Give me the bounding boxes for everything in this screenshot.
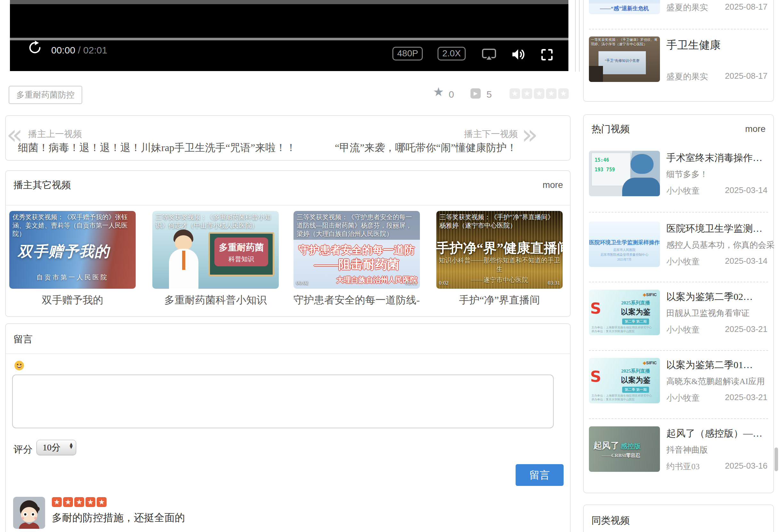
submit-comment-button[interactable]: 留言 (516, 464, 563, 486)
video-title[interactable]: 以案为鉴第二季01… (666, 358, 753, 372)
video-title[interactable]: 双手赠予我的 (9, 293, 136, 307)
list-item[interactable]: ——“感”退新生危机 盛夏的果实 2025-08-17 (584, 0, 773, 15)
nurse-figure (622, 178, 660, 196)
thumb-caption: 三等奖获奖视频：《多重耐药菌科普小知识》何志才（中山市小榄人民医院） (152, 211, 279, 231)
airplay-icon[interactable] (480, 47, 498, 63)
fullscreen-icon[interactable] (540, 47, 554, 63)
rating-label: 评分 (13, 443, 33, 456)
thumb-line1: 2025系列直播 (613, 300, 658, 306)
recent-videos-card: ——“感”退新生危机 盛夏的果实 2025-08-17 “手卫”先修知识小竞赛 … (583, 0, 774, 102)
date: 2025-03-14 (725, 185, 768, 195)
date: 2025-08-17 (725, 71, 768, 81)
thumb-time-end: 03:31 (548, 280, 560, 286)
podium (589, 66, 603, 82)
video-thumbnail[interactable]: 起风了 感控版 ——CRBSI零容忍 (589, 426, 660, 472)
list-item[interactable]: 15:46 193 759 手术室终末消毒操作… 细节多多！ 小小牧童 2025… (584, 151, 773, 199)
more-link[interactable]: more (542, 180, 563, 190)
comment-star-icon: ★ (97, 497, 107, 507)
thumb-caption: 优秀奖获奖视频：《双手赠予我的》张钰涵、姜文婧、曹莉等（自贡市第一人民医院） (9, 211, 136, 240)
thumb-line1: 医院环境卫生学监测采样操作 (589, 239, 660, 246)
author: 小小牧童 (666, 324, 700, 336)
hot-videos-card: 热门视频 more 15:46 193 759 手术室终末消毒操作… 细节多多！… (583, 114, 774, 493)
current-time: 00:00 (51, 45, 75, 55)
video-title[interactable]: 多重耐药菌科普小知识 (152, 293, 279, 307)
date: 2025-03-21 (725, 324, 768, 334)
thumb-main-line2: ——阻击耐药菌 (294, 256, 420, 273)
video-subtitle: 抖音神曲版 (666, 444, 708, 456)
thumb-footer2: 承办单位：复旦大学附属中山医院 (591, 398, 635, 402)
prev-video-title[interactable]: 细菌！病毒！退！退！退！川妹rap手卫生洗手“咒语”来啦！！ (18, 141, 296, 155)
video-thumbnail[interactable]: 守护患者安全的每一道防线 ——阻击耐药菌 大理白族自治州人民医院 00:02 0… (294, 211, 420, 289)
author: 小小牧童 (666, 393, 700, 404)
video-player[interactable]: 00:00 / 02:01 480P 2.0X (10, 0, 568, 71)
video-title[interactable]: 起风了（感控版）—… (666, 427, 762, 440)
thumb-line4: 2021年7月 (589, 257, 660, 262)
author: 小小牧童 (666, 256, 700, 267)
video-title[interactable]: 医院环境卫生学监测… (666, 222, 762, 235)
list-item[interactable]: S ◆SIFIC 2025系列直播 以案为鉴 第二季 第二期 主办单位：上海斯菲… (584, 290, 773, 338)
section-title: 播主其它视频 (13, 179, 71, 192)
video-title[interactable]: 手术室终末消毒操作… (666, 152, 762, 165)
favorite-star-icon[interactable]: ★ (433, 86, 444, 98)
rating-widget[interactable]: ★ ★ ★ ★ ★ (510, 88, 569, 99)
thumb-line2: 启东市人民医院 (589, 248, 660, 252)
quality-button[interactable]: 480P (393, 47, 423, 60)
video-thumbnail[interactable]: 双手赠予我的 自贡市第一人民医院 优秀奖获奖视频：《双手赠予我的》张钰涵、姜文婧… (9, 211, 136, 289)
dashed-divider (589, 350, 768, 351)
video-thumbnail[interactable]: ——“感”退新生危机 (589, 0, 660, 14)
thumb-caption: 一等奖获奖视频：《手卫健康》罗佳欣、蒋羽婷、汤小萍等（遂宁市中心医院） (591, 38, 659, 47)
video-thumbnail[interactable]: 医院环境卫生学监测采样操作 启东市人民医院 启东市医院感染管理质量控制中心 20… (589, 222, 660, 267)
video-tag-button[interactable]: 多重耐药菌防控 (9, 86, 82, 104)
video-thumbnail[interactable]: S ◆SIFIC 2025系列直播 以案为鉴 第二季 第一期 主办单位：上海斯菲… (589, 358, 660, 403)
rating-star-icon[interactable]: ★ (510, 88, 520, 99)
rating-select-value: 10分 (43, 442, 60, 452)
uploader-videos-card: 播主其它视频 more 双手赠予我的 自贡市第一人民医院 优秀奖获奖视频：《双手… (5, 170, 571, 317)
thumb-line2: 以案为鉴 (613, 307, 658, 317)
more-link[interactable]: more (745, 124, 766, 134)
rating-star-icon[interactable]: ★ (558, 88, 569, 99)
date: 2025-03-21 (725, 393, 768, 402)
thumb-line2: 以案为鉴 (613, 375, 658, 385)
rating-star-icon[interactable]: ★ (546, 88, 556, 99)
prev-next-card: « 播主上一视频 细菌！病毒！退！退！退！川妹rap手卫生洗手“咒语”来啦！！ … (5, 115, 571, 161)
next-chevron-icon[interactable]: » (522, 121, 538, 148)
rating-star-icon[interactable]: ★ (534, 88, 544, 99)
video-frame-edge (10, 0, 568, 4)
list-item[interactable]: 医院环境卫生学监测采样操作 启东市人民医院 启东市医院感染管理质量控制中心 20… (584, 222, 773, 270)
next-video-title[interactable]: “甲流”来袭，哪吒带你“闹”懂健康防护！ (335, 141, 517, 155)
video-subtitle: 田靓从卫监视角看审证 (666, 308, 750, 319)
emoji-icon[interactable] (14, 360, 24, 372)
refresh-icon[interactable] (27, 40, 42, 56)
thumb-caption: 三等奖获奖视频：《守护患者安全的每一道防线---阻击耐药菌》杨彦芬，段丽屏，梁婷… (294, 211, 420, 240)
player-scroll-track[interactable] (575, 0, 580, 72)
blackboard: 多重耐药菌 科普知识 (208, 232, 274, 276)
thumb-time-start: 00:02 (296, 280, 308, 286)
video-title[interactable]: 守护患者安全的每一道防线--… (294, 293, 420, 307)
video-title[interactable]: 以案为鉴第二季02… (666, 290, 753, 303)
video-thumbnail[interactable]: S ◆SIFIC 2025系列直播 以案为鉴 第二季 第二期 主办单位：上海斯菲… (589, 290, 660, 335)
board-line1: 多重耐药菌 (215, 241, 268, 253)
rating-star-icon[interactable]: ★ (522, 88, 532, 99)
seek-bar[interactable] (10, 38, 568, 40)
list-item[interactable]: S ◆SIFIC 2025系列直播 以案为鉴 第二季 第一期 主办单位：上海斯菲… (584, 358, 773, 406)
divider (6, 205, 570, 205)
scrollbar-thumb[interactable] (775, 448, 778, 471)
video-thumbnail[interactable]: 手护净“界”健康直播间 知识小科普——那些你知道和不知道的手卫生 ——遂宁市中心… (436, 211, 563, 289)
list-item[interactable]: 起风了 感控版 ——CRBSI零容忍 起风了（感控版）—… 抖音神曲版 约书亚0… (584, 426, 773, 474)
comments-title: 留言 (13, 333, 33, 346)
volume-icon[interactable] (510, 47, 527, 63)
video-thumbnail[interactable]: “手卫”先修知识小竞赛 一等奖获奖视频：《手卫健康》罗佳欣、蒋羽婷、汤小萍等（遂… (589, 37, 660, 82)
thumb-line1: 2025系列直播 (613, 368, 658, 374)
thumb-time-start: 0:02 (439, 280, 448, 286)
favorite-count: 0 (449, 89, 454, 100)
video-thumbnail[interactable]: 15:46 193 759 (589, 151, 660, 196)
thumb-sub-text: 自贡市第一人民医院 (9, 273, 136, 282)
list-item[interactable]: “手卫”先修知识小竞赛 一等奖获奖视频：《手卫健康》罗佳欣、蒋羽婷、汤小萍等（遂… (584, 37, 773, 101)
video-title[interactable]: 手护“净”界直播间 (436, 293, 563, 307)
comment-input[interactable] (12, 374, 554, 428)
video-thumbnail[interactable]: 多重耐药菌 科普知识 三等奖获奖视频：《多重耐药菌科普小知识》何志才（中山市小榄… (152, 211, 279, 289)
speed-button[interactable]: 2.0X (437, 47, 466, 60)
related-videos-title: 同类视频 (591, 514, 630, 527)
rating-select[interactable]: 10分 ▲▼ (37, 440, 76, 455)
video-title[interactable]: 手卫生健康 (666, 38, 721, 53)
